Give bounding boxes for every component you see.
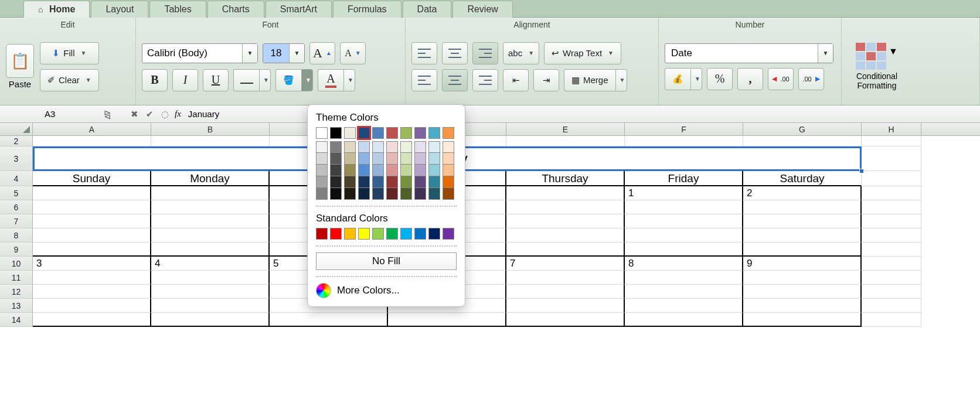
- cell[interactable]: [862, 200, 921, 214]
- cell[interactable]: [151, 214, 270, 228]
- orientation-button[interactable]: abc▼: [503, 42, 539, 64]
- cell[interactable]: [270, 313, 388, 327]
- percent-button[interactable]: %: [707, 68, 733, 90]
- cell[interactable]: [33, 243, 151, 257]
- align-center-button[interactable]: [442, 69, 468, 91]
- cell[interactable]: [862, 214, 921, 228]
- increase-decimal-button[interactable]: .00▶: [798, 68, 824, 90]
- standard-color-swatch[interactable]: [316, 228, 328, 240]
- standard-color-swatch[interactable]: [414, 228, 426, 240]
- font-color-button[interactable]: A: [318, 69, 343, 91]
- cell[interactable]: [862, 228, 921, 243]
- standard-color-swatch[interactable]: [428, 228, 440, 240]
- theme-shade-swatch[interactable]: [400, 176, 412, 188]
- row-header-8[interactable]: 8: [0, 228, 33, 243]
- theme-shade-swatch[interactable]: [443, 188, 454, 200]
- cell[interactable]: 1: [625, 186, 743, 200]
- cell[interactable]: [506, 200, 625, 214]
- currency-caret[interactable]: ▼: [690, 68, 702, 90]
- cell[interactable]: [506, 186, 625, 200]
- col-header-F[interactable]: F: [625, 123, 743, 135]
- clear-button[interactable]: ✐ Clear ▼: [40, 69, 99, 91]
- cell[interactable]: [33, 299, 151, 313]
- theme-shade-swatch[interactable]: [372, 165, 384, 176]
- comma-button[interactable]: ,: [737, 68, 763, 90]
- cell[interactable]: Saturday: [743, 171, 862, 186]
- cell[interactable]: [743, 313, 862, 327]
- theme-shade-swatch[interactable]: [443, 165, 454, 176]
- theme-shade-swatch[interactable]: [330, 153, 342, 165]
- no-fill-button[interactable]: No Fill: [316, 252, 457, 270]
- cell[interactable]: 2: [743, 186, 862, 200]
- conditional-formatting-button[interactable]: ▼ Conditional Formatting: [848, 43, 906, 90]
- theme-shade-swatch[interactable]: [428, 165, 440, 176]
- theme-shade-swatch[interactable]: [386, 188, 398, 200]
- cell[interactable]: [506, 285, 625, 299]
- cell[interactable]: [743, 200, 862, 214]
- border-button[interactable]: [233, 69, 259, 91]
- align-top-button[interactable]: [411, 42, 437, 64]
- cell[interactable]: Friday: [625, 171, 743, 186]
- theme-shade-swatch[interactable]: [414, 176, 426, 188]
- theme-color-swatch[interactable]: [400, 127, 412, 139]
- theme-shade-swatch[interactable]: [386, 141, 398, 153]
- tab-data[interactable]: Data: [403, 1, 452, 18]
- cell[interactable]: [625, 313, 743, 327]
- border-caret[interactable]: ▼: [259, 69, 271, 91]
- col-header-B[interactable]: B: [151, 123, 270, 135]
- cancel-formula-button[interactable]: ✖: [127, 108, 142, 121]
- align-bottom-button[interactable]: [472, 42, 498, 64]
- name-box-caret[interactable]: ⧎: [100, 108, 115, 121]
- cell[interactable]: Thursday: [506, 171, 625, 186]
- theme-color-swatch[interactable]: [316, 127, 328, 139]
- cell[interactable]: [862, 271, 921, 285]
- cell[interactable]: [862, 186, 921, 200]
- theme-shade-swatch[interactable]: [386, 153, 398, 165]
- theme-shade-swatch[interactable]: [330, 165, 342, 176]
- theme-shade-swatch[interactable]: [428, 153, 440, 165]
- row-header-13[interactable]: 13: [0, 299, 33, 313]
- merge-button[interactable]: ▦ Merge: [564, 69, 615, 91]
- cell[interactable]: [33, 136, 151, 146]
- row-header-11[interactable]: 11: [0, 271, 33, 285]
- cell[interactable]: [506, 228, 625, 243]
- tab-home[interactable]: ⌂ Home: [23, 1, 90, 18]
- cell[interactable]: 9: [743, 257, 862, 271]
- row-header-4[interactable]: 4: [0, 171, 33, 186]
- cell[interactable]: [33, 214, 151, 228]
- theme-shade-swatch[interactable]: [400, 153, 412, 165]
- theme-shade-swatch[interactable]: [344, 176, 356, 188]
- standard-color-swatch[interactable]: [400, 228, 412, 240]
- cell[interactable]: [33, 200, 151, 214]
- row-header-2[interactable]: 2: [0, 136, 33, 146]
- cell[interactable]: 8: [625, 257, 743, 271]
- cell[interactable]: [862, 285, 921, 299]
- cell[interactable]: [151, 299, 270, 313]
- cell[interactable]: [625, 136, 743, 146]
- standard-color-swatch[interactable]: [372, 228, 384, 240]
- tab-charts[interactable]: Charts: [207, 1, 264, 18]
- more-colors-button[interactable]: More Colors...: [316, 283, 457, 298]
- theme-shade-swatch[interactable]: [372, 153, 384, 165]
- cell[interactable]: [862, 299, 921, 313]
- paste-icon[interactable]: 📋: [6, 44, 34, 78]
- theme-shade-swatch[interactable]: [344, 188, 356, 200]
- cell[interactable]: Sunday: [33, 171, 151, 186]
- theme-shade-swatch[interactable]: [330, 141, 342, 153]
- cell[interactable]: [388, 313, 506, 327]
- theme-shade-swatch[interactable]: [358, 153, 370, 165]
- cell[interactable]: 4: [151, 257, 270, 271]
- theme-shade-swatch[interactable]: [372, 141, 384, 153]
- cell[interactable]: [743, 228, 862, 243]
- theme-shade-swatch[interactable]: [428, 188, 440, 200]
- theme-shade-swatch[interactable]: [400, 141, 412, 153]
- number-format-caret[interactable]: ▼: [818, 44, 833, 63]
- theme-shade-swatch[interactable]: [358, 141, 370, 153]
- grow-font-button[interactable]: A▲: [309, 42, 335, 64]
- col-header-E[interactable]: E: [506, 123, 625, 135]
- theme-shade-swatch[interactable]: [372, 188, 384, 200]
- row-header-12[interactable]: 12: [0, 285, 33, 299]
- font-name-select[interactable]: ▼: [142, 43, 258, 63]
- cell[interactable]: [625, 243, 743, 257]
- cell[interactable]: [625, 200, 743, 214]
